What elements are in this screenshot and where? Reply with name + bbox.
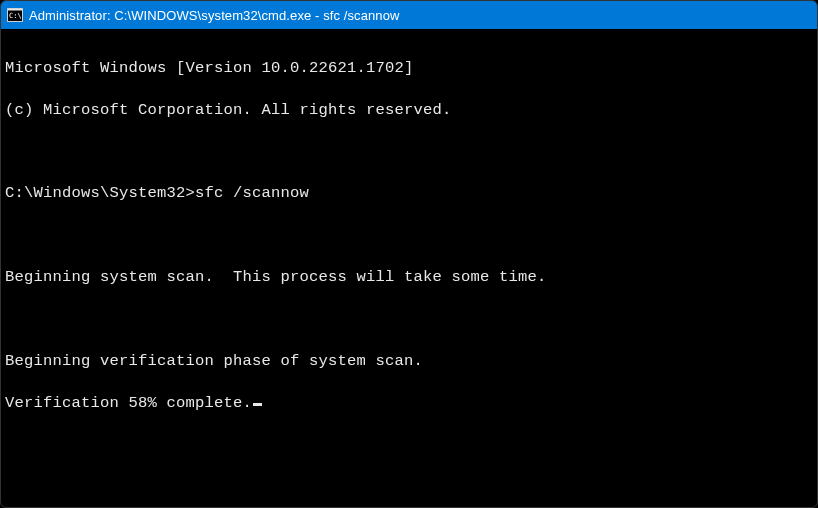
blank-line: [5, 142, 813, 163]
verify-progress-line: Verification 58% complete.: [5, 393, 813, 414]
cursor: [253, 403, 262, 406]
prompt-text: C:\Windows\System32>: [5, 183, 195, 204]
version-line: Microsoft Windows [Version 10.0.22621.17…: [5, 58, 813, 79]
blank-line: [5, 309, 813, 330]
window-titlebar[interactable]: C:\ Administrator: C:\WINDOWS\system32\c…: [1, 1, 817, 29]
begin-scan-line: Beginning system scan. This process will…: [5, 267, 813, 288]
verify-progress-text: Verification 58% complete.: [5, 394, 252, 412]
copyright-line: (c) Microsoft Corporation. All rights re…: [5, 100, 813, 121]
cmd-icon: C:\: [7, 8, 23, 22]
command-text: sfc /scannow: [195, 183, 309, 204]
begin-verify-line: Beginning verification phase of system s…: [5, 351, 813, 372]
svg-text:C:\: C:\: [9, 12, 22, 20]
blank-line: [5, 225, 813, 246]
terminal-output[interactable]: Microsoft Windows [Version 10.0.22621.17…: [1, 29, 817, 439]
window-title: Administrator: C:\WINDOWS\system32\cmd.e…: [29, 8, 400, 23]
prompt-line: C:\Windows\System32>sfc /scannow: [5, 183, 813, 204]
